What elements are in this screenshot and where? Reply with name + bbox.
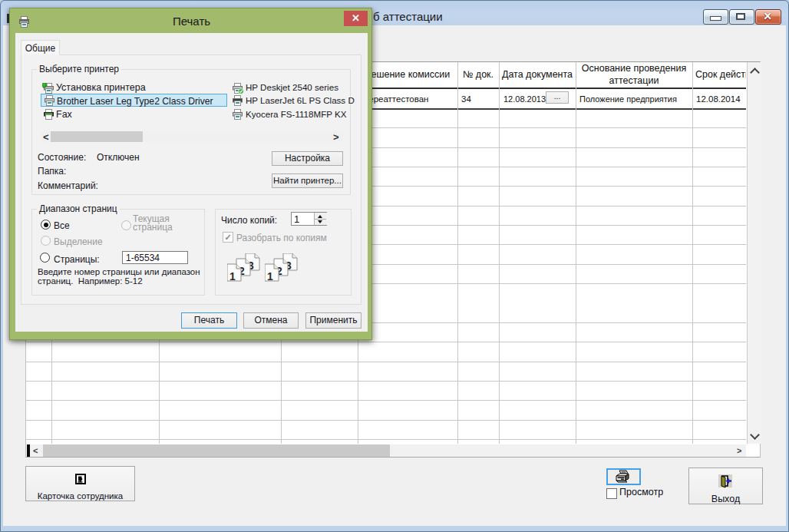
svg-text:1: 1 — [229, 270, 236, 283]
svg-text:1: 1 — [267, 270, 273, 283]
